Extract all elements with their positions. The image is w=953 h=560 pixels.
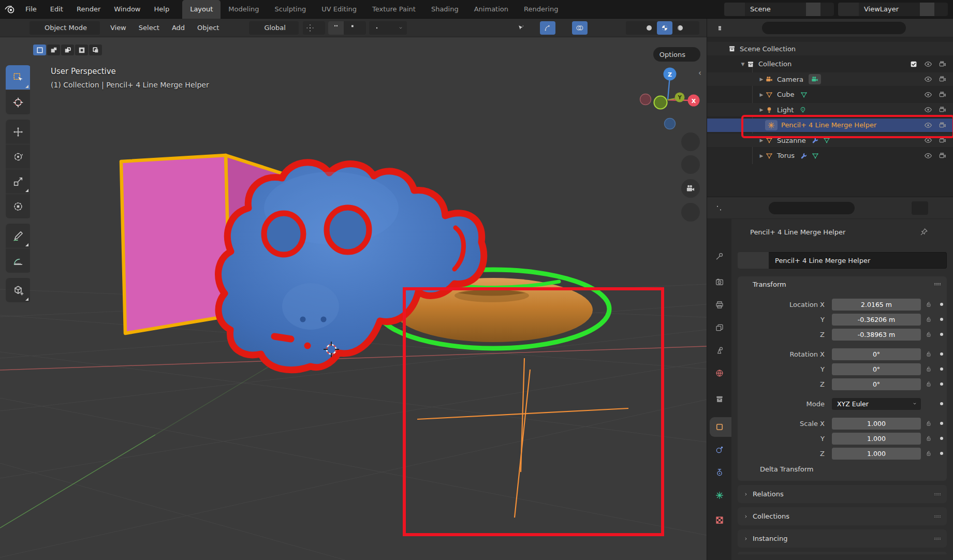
- hide-in-viewport-toggle[interactable]: [923, 75, 933, 84]
- scene-selector[interactable]: Scene: [724, 3, 834, 16]
- lock-toggle[interactable]: [925, 301, 932, 308]
- expand-arrow-icon[interactable]: ▼: [739, 62, 746, 67]
- disable-in-renders-toggle[interactable]: [939, 136, 947, 144]
- object-name-field[interactable]: [769, 252, 947, 269]
- snap-toggle[interactable]: [328, 21, 344, 35]
- properties-tab-object[interactable]: [707, 418, 731, 436]
- shading-solid-button[interactable]: [641, 21, 657, 35]
- workspace-tab-shading[interactable]: Shading: [423, 0, 466, 19]
- viewlayer-remove-button[interactable]: [934, 3, 948, 16]
- scene-name[interactable]: Scene: [745, 5, 806, 13]
- gizmo-neg-x-ball[interactable]: [640, 94, 651, 105]
- animate-property-button[interactable]: [936, 318, 947, 321]
- lock-toggle[interactable]: [925, 350, 932, 358]
- collapse-arrow-icon[interactable]: ▶: [758, 77, 765, 82]
- shading-material-button[interactable]: [657, 21, 672, 35]
- disable-in-renders-toggle[interactable]: [939, 152, 947, 160]
- outliner-item-label[interactable]: Torus: [777, 152, 795, 159]
- viewport-menu-view[interactable]: View: [104, 24, 133, 32]
- camera-view-button[interactable]: [681, 179, 700, 198]
- viewport-menu-select[interactable]: Select: [133, 24, 166, 32]
- properties-tab-view-layer[interactable]: [707, 319, 731, 336]
- new-collection-button[interactable]: [934, 21, 949, 35]
- 3d-scene[interactable]: [0, 37, 707, 560]
- shading-wireframe-button[interactable]: [626, 21, 641, 35]
- properties-search-input[interactable]: [769, 202, 855, 214]
- editor-type-button[interactable]: [3, 21, 26, 35]
- grip-icon[interactable]: [933, 280, 942, 288]
- viewport-menu-add[interactable]: Add: [166, 24, 191, 32]
- animate-property-button[interactable]: [936, 382, 947, 386]
- show-gizmos-toggle[interactable]: [540, 21, 555, 35]
- properties-tab-render[interactable]: [707, 273, 731, 291]
- transform-orientation-dropdown[interactable]: Global: [249, 21, 298, 35]
- panel-instancing[interactable]: Instancing: [738, 529, 947, 548]
- select-mode-4-button[interactable]: [75, 45, 88, 55]
- properties-tab-object-data[interactable]: [707, 487, 731, 504]
- value-slider[interactable]: 1.000: [832, 448, 921, 460]
- zoom-button[interactable]: [681, 132, 700, 151]
- select-mode-5-button[interactable]: [89, 45, 102, 55]
- collapse-arrow-icon[interactable]: ▶: [758, 92, 765, 97]
- outliner-row-suzanne[interactable]: ▶Suzanne: [707, 134, 953, 147]
- hide-in-viewport-toggle[interactable]: [923, 105, 933, 114]
- object-id-dropdown[interactable]: [738, 252, 769, 269]
- panel-collections[interactable]: Collections: [738, 507, 947, 525]
- orthographic-toggle-button[interactable]: [681, 203, 700, 222]
- tool-annotate-button[interactable]: [6, 224, 30, 248]
- disable-in-renders-toggle[interactable]: [939, 75, 947, 83]
- outliner-item-label[interactable]: Camera: [777, 76, 803, 83]
- disable-in-renders-toggle[interactable]: [939, 91, 947, 99]
- properties-editor-type-button[interactable]: [711, 201, 735, 215]
- disable-in-renders-toggle[interactable]: [939, 106, 947, 114]
- hide-in-viewport-toggle[interactable]: [923, 60, 933, 69]
- properties-tab-collection[interactable]: [707, 390, 731, 408]
- collection-checkbox[interactable]: [910, 60, 918, 68]
- properties-tab-constraints[interactable]: [707, 464, 731, 481]
- 3d-viewport[interactable]: User Perspective (1) Collection | Pencil…: [0, 37, 707, 560]
- outliner-row-light[interactable]: ▶Light: [707, 103, 953, 116]
- xray-toggle[interactable]: [605, 21, 621, 35]
- workspace-tab-modeling[interactable]: Modeling: [221, 0, 267, 19]
- animate-property-button[interactable]: [936, 303, 947, 306]
- lock-toggle[interactable]: [925, 435, 932, 442]
- gizmos-dropdown[interactable]: [555, 25, 566, 31]
- pin-icon[interactable]: [920, 228, 928, 236]
- disable-in-renders-toggle[interactable]: [939, 121, 947, 129]
- pivot-point-dropdown[interactable]: [303, 21, 325, 35]
- properties-tab-physics[interactable]: [707, 441, 731, 459]
- outliner-item-label[interactable]: Light: [777, 106, 794, 114]
- collapse-arrow-icon[interactable]: ▶: [758, 138, 765, 143]
- properties-tab-tool[interactable]: [707, 247, 731, 265]
- tool-cursor-button[interactable]: [6, 90, 30, 114]
- show-gizmo-dropdown[interactable]: [514, 21, 537, 35]
- gizmo-y-front-ball[interactable]: [654, 96, 667, 109]
- menu-render[interactable]: Render: [70, 0, 107, 19]
- transform-panel-header[interactable]: Transform: [738, 276, 947, 292]
- outliner-row-collection[interactable]: ▼Collection: [707, 57, 953, 71]
- scene-copy-button[interactable]: [806, 3, 820, 16]
- value-slider[interactable]: 0°: [832, 348, 921, 360]
- animate-property-button[interactable]: [936, 437, 947, 440]
- tool-transform-button[interactable]: [6, 194, 30, 218]
- tool-rotate-button[interactable]: [6, 144, 30, 169]
- snap-settings-dropdown[interactable]: [344, 21, 366, 35]
- animate-property-button[interactable]: [936, 402, 947, 405]
- rotation-mode-dropdown[interactable]: XYZ Euler: [832, 398, 921, 410]
- scene-unlink-button[interactable]: [820, 3, 834, 16]
- lock-toggle[interactable]: [925, 316, 932, 323]
- viewport-menu-object[interactable]: Object: [191, 24, 225, 32]
- tool-scale-button[interactable]: [6, 169, 30, 194]
- select-mode-1-button[interactable]: [33, 45, 46, 55]
- value-slider[interactable]: 0°: [832, 378, 921, 390]
- properties-tab-texture[interactable]: [707, 511, 731, 529]
- animate-property-button[interactable]: [936, 333, 947, 336]
- tool-select-box-button[interactable]: [6, 65, 30, 90]
- outliner-row-cube[interactable]: ▶Cube: [707, 88, 953, 101]
- lock-toggle[interactable]: [925, 331, 932, 338]
- workspace-tab-sculpting[interactable]: Sculpting: [267, 0, 314, 19]
- viewlayer-selector[interactable]: ViewLayer: [838, 3, 948, 16]
- lock-toggle[interactable]: [925, 380, 932, 388]
- value-slider[interactable]: 1.000: [832, 418, 921, 430]
- properties-tab-output[interactable]: [707, 296, 731, 314]
